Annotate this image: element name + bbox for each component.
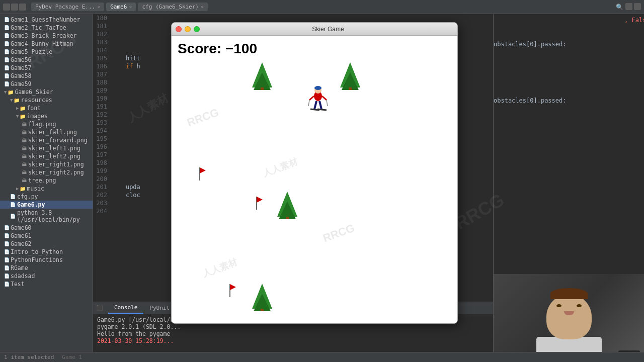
game-titlebar: Skier Game	[172, 23, 457, 36]
sidebar-item-skier-right1-label: skier_right1.png	[28, 161, 84, 168]
sidebar-item-game2-label: Game2_Tic_TacToe	[11, 24, 66, 31]
close-win-icon[interactable]	[634, 3, 641, 10]
search-icon[interactable]: 🔍	[616, 3, 624, 11]
sidebar-item-font-label: font	[27, 105, 41, 112]
sidebar-item-pyfunc[interactable]: 📄 PythonFunctions	[0, 256, 93, 264]
sidebar-item-skier-left2-label: skier_left2.png	[28, 153, 80, 160]
tab-game6-close[interactable]: ✕	[129, 4, 132, 10]
svg-line-33	[314, 101, 316, 109]
sidebar-item-game57[interactable]: 📄 Game57	[0, 64, 93, 72]
sidebar-item-test[interactable]: 📄 Test	[0, 280, 93, 288]
sidebar-item-resources[interactable]: ▼ 📁 resources	[0, 96, 93, 104]
sidebar-item-game59[interactable]: 📄 Game59	[0, 80, 93, 88]
sidebar-item-skier-right2-label: skier_right2.png	[28, 169, 84, 176]
svg-rect-5	[349, 87, 352, 90]
tree-4	[250, 281, 275, 311]
svg-rect-8	[286, 217, 289, 219]
tab-cfg[interactable]: cfg (Game6_Skier) ✕	[138, 3, 208, 11]
sidebar-item-skier-forward-label: skier_forward.png	[28, 137, 88, 144]
svg-marker-23	[230, 284, 236, 290]
console-line-1: pygame 2.0.1 (SDL 2.0...	[97, 323, 489, 330]
tab-cfg-close[interactable]: ✕	[201, 4, 204, 10]
tab-game6[interactable]: Game6 ✕	[106, 3, 136, 11]
tab-cfg-label: cfg (Game6_Skier)	[142, 4, 199, 10]
right-code-line-195: obstacles[0].passed:	[494, 97, 644, 105]
tree-1	[250, 60, 275, 90]
video-panel: Udemy	[494, 274, 644, 362]
sidebar-item-tree[interactable]: 🏔 tree.png	[0, 176, 93, 185]
right-code-panel[interactable]: , False) obstacles[0].passed: obstacles[…	[494, 14, 644, 274]
sidebar-item-skier-left1[interactable]: 🏔 skier_left1.png	[0, 144, 93, 152]
sidebar-item-skier-right2[interactable]: 🏔 skier_right2.png	[0, 168, 93, 176]
right-code-line-197	[494, 113, 644, 121]
right-code-line-185: , False)	[494, 16, 644, 24]
sidebar-item-game56[interactable]: 📄 Game56	[0, 56, 93, 64]
sidebar-item-intro-label: Intro_to_Python	[11, 248, 63, 255]
wm-rrcg-2: RRCG	[321, 222, 357, 245]
sidebar-item-game3[interactable]: 📄 Game3_Brick_Breaker	[0, 32, 93, 40]
tab-console[interactable]: Console	[108, 302, 143, 314]
sidebar-item-python38-label: python_3.8 (/usr/local/bin/py	[17, 209, 93, 223]
sidebar-item-game56-label: Game56	[11, 56, 32, 63]
sidebar-item-game2[interactable]: 📄 Game2_Tic_TacToe	[0, 24, 93, 32]
sidebar-item-cfg-py-label: cfg.py	[17, 193, 38, 200]
sidebar-item-game6-py[interactable]: 📄 Game6.py	[0, 201, 93, 209]
sidebar-item-game3-label: Game3_Brick_Breaker	[11, 32, 77, 39]
sidebar-item-skier-left1-label: skier_left1.png	[28, 145, 80, 152]
sidebar-item-game4[interactable]: 📄 Game4_Bunny Hitman	[0, 40, 93, 48]
status-text: 1 item selected	[4, 354, 54, 360]
sidebar-item-intro[interactable]: 📄 Intro_to_Python	[0, 248, 93, 256]
wm-chinese-1: 人人素材	[261, 155, 299, 179]
sidebar-item-game61[interactable]: 📄 Game61	[0, 232, 93, 240]
sidebar-item-rgame[interactable]: 📄 RGame	[0, 264, 93, 272]
game-window-title: Skier Game	[203, 26, 453, 33]
sidebar-item-game5[interactable]: 📄 Game5_Puzzle	[0, 48, 93, 56]
sidebar-item-python38[interactable]: 📄 python_3.8 (/usr/local/bin/py	[0, 209, 93, 224]
sidebar-item-game57-label: Game57	[11, 64, 32, 71]
sidebar-item-game1[interactable]: 📄 Game1_GuessTheNumber	[0, 16, 93, 24]
sidebar-item-skier-fall[interactable]: 🏔 skier_fall.png	[0, 128, 93, 136]
sidebar-item-game58[interactable]: 📄 Game58	[0, 72, 93, 80]
toolbar-icon-1[interactable]	[3, 4, 10, 11]
right-code-line-200	[494, 137, 644, 145]
sidebar-item-tree-label: tree.png	[28, 177, 56, 184]
sidebar-item-music[interactable]: ▶ 📁 music	[0, 185, 93, 193]
game-window-overlay: Skier Game Score: −100 RRCG 人人素材 RRCG 人人…	[171, 22, 458, 324]
sidebar-item-images[interactable]: ▼ 📁 images	[0, 112, 93, 120]
sidebar-item-cfg-py[interactable]: 📄 cfg.py	[0, 193, 93, 201]
game-canvas[interactable]: Score: −100 RRCG 人人素材 RRCG 人人素材	[172, 36, 457, 323]
sidebar: 📄 Game1_GuessTheNumber 📄 Game2_Tic_TacTo…	[0, 14, 93, 362]
sidebar-item-font[interactable]: ▶ 📁 font	[0, 104, 93, 112]
toolbar-icon-2[interactable]	[11, 4, 18, 11]
sidebar-item-game62[interactable]: 📄 Game62	[0, 240, 93, 248]
sidebar-item-game61-label: Game61	[11, 232, 32, 239]
sidebar-item-game5-label: Game5_Puzzle	[11, 48, 52, 55]
sidebar-item-resources-label: resources	[21, 97, 52, 104]
code-line-180: 180	[93, 14, 493, 22]
sidebar-item-game58-label: Game58	[11, 72, 32, 79]
sidebar-item-sdadsad[interactable]: 📄 sdadsad	[0, 272, 93, 280]
tab-pydev[interactable]: PyDev Package E... ✕	[31, 3, 104, 11]
window-minimize-btn[interactable]	[185, 26, 191, 32]
sidebar-item-game6-skier[interactable]: ▼ 📁 Game6_Skier	[0, 88, 93, 96]
sidebar-item-skier-right1[interactable]: 🏔 skier_right1.png	[0, 160, 93, 168]
right-code-line-192	[494, 72, 644, 80]
sidebar-item-skier-forward[interactable]: 🏔 skier_forward.png	[0, 136, 93, 144]
right-code-line-189	[494, 48, 644, 56]
right-code-line-194	[494, 88, 644, 97]
settings-icon[interactable]	[625, 3, 632, 10]
sidebar-item-game60[interactable]: 📄 Game60	[0, 224, 93, 232]
sidebar-item-skier-left2[interactable]: 🏔 skier_left2.png	[0, 152, 93, 160]
tab-pydev-close[interactable]: ✕	[97, 4, 100, 10]
svg-line-30	[322, 96, 327, 100]
console-line-3: 2021-03-30 15:28:19...	[97, 337, 489, 344]
toolbar-icon-3[interactable]	[19, 4, 26, 11]
sidebar-item-flag[interactable]: 🏔 flag.png	[0, 120, 93, 128]
game-label: Game 1	[62, 354, 82, 360]
flag-2	[255, 196, 264, 213]
window-maximize-btn[interactable]	[194, 26, 200, 32]
window-close-btn[interactable]	[176, 26, 182, 32]
sidebar-item-rgame-label: RGame	[11, 264, 28, 272]
svg-line-31	[308, 100, 309, 106]
right-panel: , False) obstacles[0].passed: obstacles[…	[493, 14, 644, 362]
